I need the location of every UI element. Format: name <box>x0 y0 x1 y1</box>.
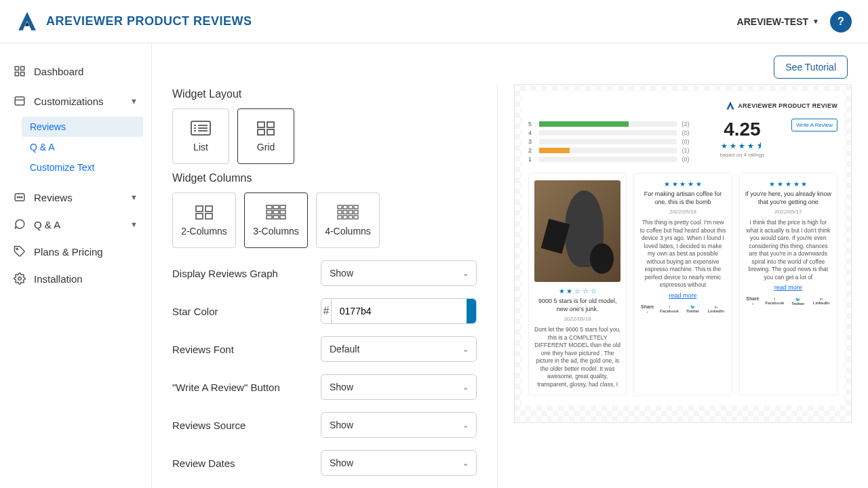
nav-plans[interactable]: Plans & Pricing <box>8 240 143 263</box>
display-graph-label: Display Reviews Graph <box>172 268 278 279</box>
svg-rect-27 <box>267 205 272 209</box>
nav-dashboard[interactable]: Dashboard <box>8 60 143 83</box>
see-tutorial-button[interactable]: See Tutorial <box>774 56 848 79</box>
brand-title: AREVIEWER PRODUCT REVIEWS <box>46 14 252 28</box>
facebook-link[interactable]: f Facebook <box>659 305 679 313</box>
nav-customizations[interactable]: Customizations ▼ <box>8 89 143 113</box>
svg-rect-26 <box>205 214 212 219</box>
chevron-down-icon: ▼ <box>130 97 138 105</box>
review-share: Share - f Facebook 🐦 Twitter in LinkedIn <box>639 304 726 314</box>
store-dropdown[interactable]: AREVIEW-TEST ▼ <box>737 16 819 27</box>
subnav-reviews[interactable]: Reviews <box>22 117 143 137</box>
layout-list-option[interactable]: List <box>172 108 229 164</box>
nav-customizations-label: Customizations <box>34 96 104 107</box>
svg-rect-34 <box>273 216 279 219</box>
svg-rect-21 <box>258 129 264 135</box>
linkedin-link[interactable]: in LinkedIn <box>706 305 726 313</box>
chevron-down-icon: ▼ <box>130 193 138 201</box>
svg-rect-4 <box>15 97 24 105</box>
reviews-source-select[interactable]: Show <box>321 412 477 438</box>
color-swatch[interactable] <box>467 299 476 323</box>
svg-rect-22 <box>267 129 274 135</box>
review-stars: ★ ★ ★ ★ ★ <box>639 180 726 188</box>
write-button-select[interactable]: Show <box>321 374 477 400</box>
review-title: If you're here, you already know that yo… <box>745 190 831 206</box>
top-header: AREVIEWER PRODUCT REVIEWS AREVIEW-TEST ▼… <box>0 0 868 43</box>
review-stars: ★ ★ ☆ ☆ ☆ <box>534 287 620 295</box>
reviews-source-label: Reviews Source <box>172 420 245 431</box>
display-graph-select[interactable]: Show <box>321 260 477 286</box>
columns-3-label: 3-Columns <box>253 226 299 237</box>
nav-qa-label: Q & A <box>34 219 60 230</box>
svg-rect-29 <box>280 205 285 209</box>
svg-rect-2 <box>15 73 18 76</box>
columns-3-option[interactable]: 3-Columns <box>244 192 308 248</box>
svg-point-11 <box>18 277 22 281</box>
review-share: Share - f Facebook 🐦 Twitter in LinkedIn <box>745 296 831 306</box>
review-dates-select[interactable]: Show <box>321 450 477 476</box>
brand-logo-icon <box>16 11 38 33</box>
facebook-link[interactable]: f Facebook <box>764 297 785 305</box>
columns-2-label: 2-Columns <box>181 226 227 237</box>
layout-grid-option[interactable]: Grid <box>237 108 294 164</box>
linkedin-link[interactable]: in LinkedIn <box>811 297 831 305</box>
brand: AREVIEWER PRODUCT REVIEWS <box>16 11 252 33</box>
svg-rect-23 <box>196 206 203 211</box>
store-name: AREVIEW-TEST <box>737 16 809 27</box>
sidebar: Dashboard Customizations ▼ Reviews Q & A… <box>0 43 152 488</box>
columns-2-option[interactable]: 2-Columns <box>172 192 236 248</box>
nav-reviews-label: Reviews <box>34 192 73 203</box>
review-card: ★ ★ ☆ ☆ ☆ 9000 5 stars is for old model,… <box>528 173 627 396</box>
columns-4-option[interactable]: 4-Columns <box>316 192 380 248</box>
reviews-icon <box>14 191 26 203</box>
score-block: 4.25 ★ ★ ★ ★ ⯨ based on 4 ratings <box>713 119 772 158</box>
review-body: I think that the price is high for what … <box>745 219 831 281</box>
review-card: ★ ★ ★ ★ ★ For making artisan coffee for … <box>633 173 732 396</box>
help-button[interactable]: ? <box>830 11 852 33</box>
svg-rect-28 <box>273 205 279 209</box>
review-card: ★ ★ ★ ★ ★ If you're here, you already kn… <box>739 173 837 396</box>
review-date: 2022/05/18 <box>534 316 620 322</box>
svg-point-7 <box>17 197 18 198</box>
write-review-button[interactable]: Write A Review <box>791 119 837 131</box>
review-stars: ★ ★ ★ ★ ★ <box>745 180 831 188</box>
layout-grid-label: Grid <box>257 142 275 152</box>
nav-reviews[interactable]: Reviews ▼ <box>8 186 143 209</box>
svg-rect-35 <box>280 216 285 219</box>
color-hex-input[interactable] <box>332 299 467 323</box>
svg-rect-45 <box>343 216 347 219</box>
svg-rect-25 <box>196 214 203 219</box>
grid-4col-icon <box>337 204 359 220</box>
grid-3col-icon <box>265 204 287 220</box>
nav-installation[interactable]: Installation <box>8 267 143 290</box>
review-body: This thing is pretty cool. I'm new to co… <box>639 219 726 289</box>
widget-columns-label: Widget Columns <box>172 172 477 184</box>
svg-rect-3 <box>21 73 24 76</box>
read-more-link[interactable]: read more <box>639 292 726 299</box>
svg-rect-30 <box>267 211 272 214</box>
nav-qa[interactable]: Q & A ▼ <box>8 213 143 236</box>
svg-rect-1 <box>21 66 24 70</box>
header-right: AREVIEW-TEST ▼ ? <box>737 11 852 33</box>
svg-rect-24 <box>205 206 212 211</box>
twitter-link[interactable]: 🐦 Twitter <box>789 297 807 306</box>
gear-icon <box>14 272 26 285</box>
svg-rect-32 <box>280 211 285 214</box>
settings-panel: Reviews Widget Layout List Grid Widget C… <box>152 43 498 488</box>
pricing-icon <box>14 245 26 258</box>
help-icon: ? <box>837 16 844 28</box>
subnav-customize-text[interactable]: Customize Text <box>22 157 143 178</box>
score-based: based on 4 ratings <box>720 152 765 158</box>
reviews-font-select[interactable]: Default <box>321 336 477 362</box>
write-button-label: "Write A Review" Button <box>172 382 280 393</box>
chevron-down-icon: ▼ <box>130 220 138 228</box>
hash-prefix: # <box>321 299 332 323</box>
customize-icon <box>14 95 26 107</box>
review-body: Dont let the 9000 5 stars fool you, this… <box>534 326 620 388</box>
subnav-qa[interactable]: Q & A <box>22 137 143 157</box>
read-more-link[interactable]: read more <box>745 284 831 291</box>
star-color-input-group: # <box>321 298 477 324</box>
reviews-font-label: Reviews Font <box>172 344 234 355</box>
svg-rect-39 <box>354 205 358 209</box>
twitter-link[interactable]: 🐦 Twitter <box>684 304 702 313</box>
